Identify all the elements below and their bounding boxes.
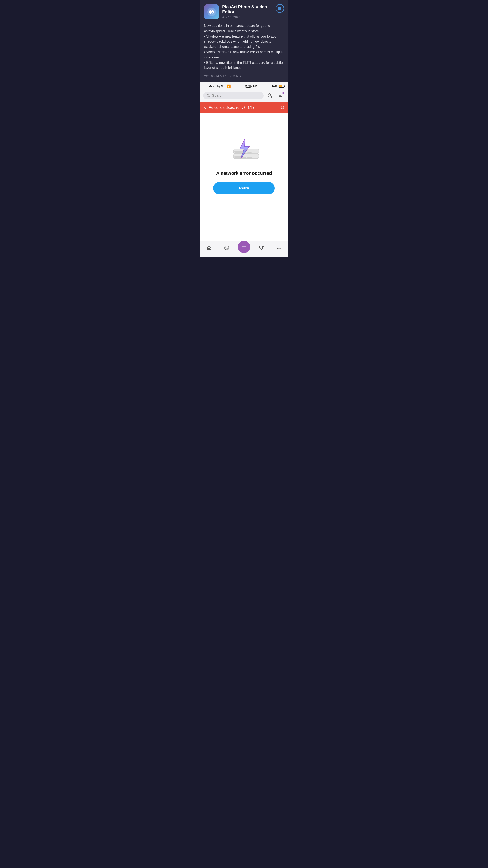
explore-icon xyxy=(224,245,230,251)
battery-fill xyxy=(279,85,282,87)
main-content: A network error occurred Retry xyxy=(200,113,288,215)
status-bar: Metro by T-... 📶 5:20 PM 70% xyxy=(200,82,288,90)
status-right: 70% xyxy=(272,85,285,88)
carrier-name: Metro by T-... xyxy=(208,85,226,88)
app-icon: P xyxy=(204,4,219,20)
svg-point-3 xyxy=(211,11,213,13)
svg-rect-13 xyxy=(247,152,252,154)
signal-bar-3 xyxy=(206,86,206,88)
notifications-button[interactable] xyxy=(277,92,285,100)
app-description: New additions in our latest update for y… xyxy=(204,23,284,70)
nav-item-explore[interactable] xyxy=(220,243,233,253)
signal-bar-1 xyxy=(203,87,204,88)
home-icon xyxy=(206,245,212,251)
nav-item-add[interactable] xyxy=(238,241,250,253)
app-update-card: P PicsArt Photo & Video Editor Apr 14, 2… xyxy=(200,0,288,82)
profile-icon xyxy=(276,245,282,251)
battery-body xyxy=(279,85,285,88)
status-time: 5:20 PM xyxy=(245,85,257,88)
error-title: A network error occurred xyxy=(216,170,272,176)
svg-rect-16 xyxy=(234,157,246,158)
app-date: Apr 14, 2020 xyxy=(222,15,272,19)
search-icon xyxy=(206,94,210,97)
retry-button[interactable]: Retry xyxy=(213,182,275,194)
app-header: P PicsArt Photo & Video Editor Apr 14, 2… xyxy=(204,4,284,20)
app-version: Version 14.5.1 • 131.6 MB xyxy=(204,74,284,78)
add-person-icon xyxy=(267,93,273,98)
error-banner-message: Failed to upload, retry? (1/2) xyxy=(208,105,278,110)
nav-item-home[interactable] xyxy=(203,243,216,253)
signal-bar-4 xyxy=(207,85,207,88)
battery-percent: 70% xyxy=(272,85,277,88)
svg-rect-11 xyxy=(234,151,243,152)
bottom-nav xyxy=(200,241,288,257)
status-left: Metro by T-... 📶 xyxy=(203,84,231,88)
error-banner: × Failed to upload, retry? (1/2) ↺ xyxy=(200,102,288,113)
error-retry-button[interactable]: ↺ xyxy=(281,105,285,111)
nav-item-challenges[interactable] xyxy=(255,243,268,253)
download-button[interactable] xyxy=(275,4,284,13)
nav-item-profile[interactable] xyxy=(272,243,285,253)
content-spacer xyxy=(200,215,288,241)
trophy-icon xyxy=(258,245,264,251)
add-icon xyxy=(241,244,247,250)
svg-rect-17 xyxy=(247,157,252,158)
svg-point-26 xyxy=(278,246,280,248)
wifi-icon: 📶 xyxy=(227,84,231,88)
signal-bar-2 xyxy=(205,87,205,88)
app-info: PicsArt Photo & Video Editor Apr 14, 202… xyxy=(222,4,272,19)
search-bar[interactable]: Search xyxy=(203,92,264,99)
svg-line-5 xyxy=(209,96,210,97)
battery-indicator xyxy=(279,85,285,88)
signal-bars xyxy=(203,85,207,88)
download-icon xyxy=(278,7,282,10)
add-friend-button[interactable] xyxy=(266,92,274,100)
notification-badge xyxy=(282,92,285,94)
svg-point-6 xyxy=(268,94,271,96)
app-title: PicsArt Photo & Video Editor xyxy=(222,4,272,14)
nav-bar: Search xyxy=(200,90,288,102)
error-close-button[interactable]: × xyxy=(203,105,206,110)
svg-rect-9 xyxy=(279,94,282,96)
search-placeholder: Search xyxy=(212,93,223,98)
network-error-illustration xyxy=(223,134,265,164)
